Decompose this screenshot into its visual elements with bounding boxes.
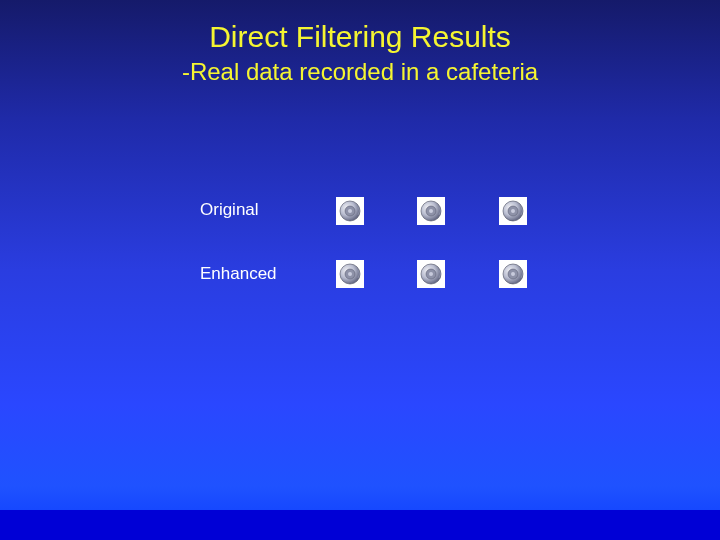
audio-original-2[interactable] xyxy=(417,197,445,225)
svg-point-8 xyxy=(511,209,515,213)
audio-enhanced-2[interactable] xyxy=(417,260,445,288)
slide: Direct Filtering Results -Real data reco… xyxy=(0,0,720,540)
audio-enhanced-1[interactable] xyxy=(336,260,364,288)
row-label-original: Original xyxy=(200,200,259,220)
audio-enhanced-3[interactable] xyxy=(499,260,527,288)
speaker-icon xyxy=(501,262,525,286)
speaker-icon xyxy=(419,199,443,223)
slide-subtitle: -Real data recorded in a cafeteria xyxy=(0,58,720,86)
svg-point-11 xyxy=(348,272,352,276)
svg-point-2 xyxy=(348,209,352,213)
svg-point-17 xyxy=(511,272,515,276)
speaker-icon xyxy=(338,199,362,223)
audio-original-3[interactable] xyxy=(499,197,527,225)
footer-bar xyxy=(0,510,720,540)
svg-point-5 xyxy=(429,209,433,213)
row-label-enhanced: Enhanced xyxy=(200,264,277,284)
speaker-icon xyxy=(419,262,443,286)
svg-point-14 xyxy=(429,272,433,276)
slide-title: Direct Filtering Results xyxy=(0,20,720,55)
audio-original-1[interactable] xyxy=(336,197,364,225)
speaker-icon xyxy=(338,262,362,286)
speaker-icon xyxy=(501,199,525,223)
